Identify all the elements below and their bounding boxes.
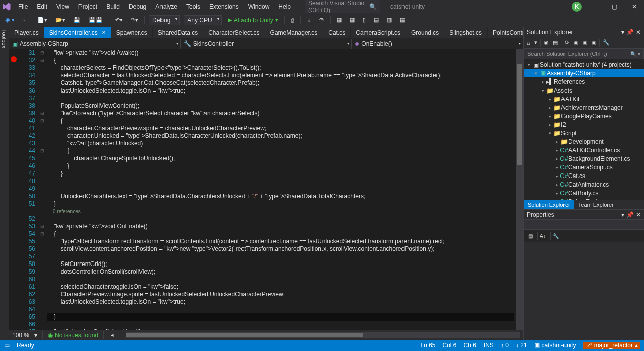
breakpoint-icon[interactable] [11,56,17,62]
se-tb-2[interactable]: ▤ [552,38,559,47]
tab-gamemanager-cs[interactable]: GameManager.cs [265,27,324,38]
nav-project-combo[interactable]: ▣Assembly-CSharp [9,39,181,49]
tree-item-aatkitcontroller-cs[interactable]: ▸C#AATKitController.cs [524,146,644,154]
zoom-combo[interactable]: 100 % [12,332,29,339]
menu-window[interactable]: Window [244,1,274,12]
se-refresh-button[interactable]: ⟳ [564,38,570,47]
props-pin-button[interactable]: 📌 [626,211,634,218]
start-button[interactable]: ▶ Attach to Unity ▾ [226,16,280,25]
h-scrollbar-thumb[interactable] [126,333,363,337]
menu-view[interactable]: View [52,1,73,12]
code-text[interactable]: "kw">private "kw">void Awake() { charact… [45,49,516,330]
props-alpha-button[interactable]: A↓ [537,232,548,240]
new-project-button[interactable]: 📄▾ [35,16,49,24]
menu-build[interactable]: Build [102,1,124,12]
menu-debug[interactable]: Debug [125,1,150,12]
se-home-button[interactable]: ⌂ [526,39,531,47]
se-tb-5[interactable]: ▣ [590,38,597,47]
tree-item-camerascript-cs[interactable]: ▸C#CameraScript.cs [524,163,644,171]
tree-item-solution-catshot-unity-4-projects-[interactable]: ▾▣Solution 'catshot-unity' (4 projects) [524,60,644,69]
props-menu-button[interactable]: ▾ [621,211,624,218]
open-button[interactable]: 📂▾ [53,16,67,24]
props-close-button[interactable]: ✕ [636,211,641,218]
maximize-button[interactable]: ▢ [607,3,622,10]
tab-pointscontroller-cs[interactable]: PointsController.cs [488,27,523,38]
config-combo[interactable]: Debug [149,15,180,25]
tree-item-googleplaygames[interactable]: ▸📁GooglePlayGames [524,112,644,120]
tree-item-script[interactable]: ▾📁Script [524,129,644,137]
platform-combo[interactable]: Any CPU [184,15,221,25]
step-into-button[interactable]: ↧ [305,16,313,24]
tab-player-cs[interactable]: Player.cs [9,27,44,38]
panel-menu-button[interactable]: ▾ [621,29,624,36]
save-button[interactable]: 💾 [71,16,83,24]
tb-icon-3[interactable]: ▦ [348,16,357,24]
save-all-button[interactable]: 💾💾 [87,16,105,24]
issue-nav-prev[interactable]: ◂ [109,331,116,339]
tree-item-references[interactable]: ▸▸▍References [524,77,644,86]
code-editor[interactable]: 3132333435363738394041424344454647484950… [9,49,523,330]
status-ch[interactable]: Ch 6 [464,342,476,349]
se-tb-4[interactable]: ▣ [581,38,588,47]
menu-project[interactable]: Project [74,1,101,12]
status-line[interactable]: Ln 65 [420,342,435,349]
tb-icon-6[interactable]: ▥ [385,16,394,24]
fold-gutter[interactable]: ⊟⊟⊟⊟⊟⊟⊟⊟⊟⊟⊟⊟⊟ [39,49,45,330]
tree-item-assembly-csharp[interactable]: ▾▣Assembly-CSharp [524,69,644,77]
panel-pin-button[interactable]: 📌 [626,29,634,36]
tb-icon-4[interactable]: ▯ [361,16,368,24]
menu-analyze[interactable]: Analyze [151,1,181,12]
tab-ground-cs[interactable]: Ground.cs [406,27,444,38]
se-tb-3[interactable]: ▣ [572,38,579,47]
tree-item-backgroundelement-cs[interactable]: ▸C#BackgroundElement.cs [524,154,644,163]
status-col[interactable]: Col 6 [442,342,456,349]
status-repo[interactable]: ▣ catshot-unity [534,342,576,349]
properties-object-combo[interactable] [524,220,644,230]
issues-status[interactable]: ◉No issues found [48,332,98,339]
solution-explorer-tab[interactable]: Solution Explorer [524,200,574,209]
menu-tools[interactable]: Tools [182,1,204,12]
props-categorized-button[interactable]: ▤ [526,232,535,240]
nav-fwd-button[interactable]: ◦ [21,16,27,24]
user-badge[interactable]: K [572,2,582,12]
nav-member-combo[interactable]: ◈OnEnable() [352,39,523,49]
status-up[interactable]: ↑ 0 [501,342,509,349]
props-pages-button[interactable]: 🔧 [550,232,561,240]
close-button[interactable]: ✕ [627,3,642,10]
tree-item-aatkit[interactable]: ▸📁AATKit [524,95,644,103]
se-properties-button[interactable]: 🔧 [602,38,611,47]
breakpoint-margin[interactable] [9,49,18,330]
team-explorer-tab[interactable]: Team Explorer [574,200,618,209]
tab-slingshot-cs[interactable]: Slingshot.cs [444,27,488,38]
tab-skinscontroller-cs[interactable]: SkinsController.cs✕ [44,27,111,38]
menu-help[interactable]: Help [274,1,295,12]
tab-close-icon[interactable]: ✕ [102,30,106,35]
step-over-button[interactable]: ↷ [317,16,326,24]
tree-item-development[interactable]: ▸📁Development [524,137,644,146]
horizontal-scrollbar[interactable] [126,332,520,338]
tree-item-catbody-cs[interactable]: ▸C#CatBody.cs [524,189,644,197]
menu-edit[interactable]: Edit [33,1,51,12]
tree-item-i2[interactable]: ▸📁I2 [524,120,644,129]
tree-item-assets[interactable]: ▾📁Assets [524,86,644,95]
redo-button[interactable]: ↷▾ [129,16,140,24]
tb-icon-2[interactable]: ▦ [335,16,344,24]
tb-icon-7[interactable]: ▦ [398,16,407,24]
tab-cat-cs[interactable]: Cat.cs [323,27,351,38]
status-ins[interactable]: INS [484,342,494,349]
panel-close-button[interactable]: ✕ [636,29,641,36]
tb-icon-5[interactable]: ▤ [372,16,381,24]
status-down[interactable]: ↓ 21 [516,342,527,349]
solution-explorer-search[interactable]: Search Solution Explorer (Ctrl+;) 🔍 ▾ [524,48,644,59]
tab-spawner-cs[interactable]: Spawner.cs [111,27,153,38]
menu-file[interactable]: File [14,1,32,12]
toolbox-panel-tab[interactable]: Toolbox [0,27,9,340]
undo-button[interactable]: ↶▾ [113,16,125,24]
scrollbar-thumb[interactable] [517,64,522,165]
nav-class-combo[interactable]: 🔧SkinsController [181,39,352,49]
menu-extensions[interactable]: Extensions [205,1,243,12]
se-tb-1[interactable]: ◉ [543,38,550,47]
tab-shareddata-cs[interactable]: SharedData.cs [153,27,203,38]
vertical-scrollbar[interactable] [516,49,523,330]
minimize-button[interactable]: ─ [587,3,602,10]
